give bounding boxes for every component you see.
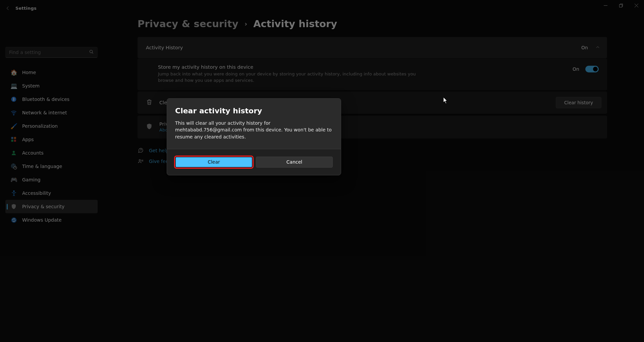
clear-history-dialog: Clear activity history This will clear a… (167, 98, 341, 175)
dialog-cancel-button[interactable]: Cancel (256, 157, 333, 168)
dialog-title: Clear activity history (175, 107, 333, 115)
dialog-body: This will clear all your activity histor… (175, 120, 333, 140)
dialog-clear-button[interactable]: Clear (175, 157, 253, 168)
